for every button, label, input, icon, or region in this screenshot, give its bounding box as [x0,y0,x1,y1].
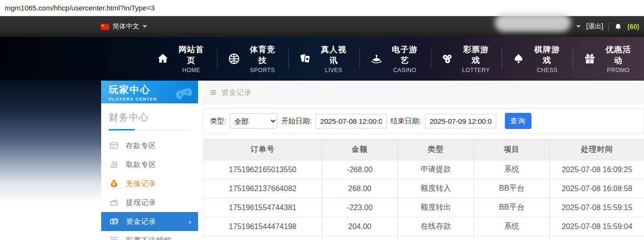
table-cell: 2025-07-08 15:59:15 [550,198,644,217]
sidebar-item-存款专区[interactable]: 存款专区 [101,136,198,155]
type-select[interactable]: 全部 [230,113,277,129]
table-cell: 1751962165013550 [204,160,322,179]
username-blurred[interactable] [495,14,571,32]
table-row: 1751961544474198204.00在线存款系统2025-07-08 1… [204,217,644,236]
table-row [204,236,644,240]
nav-label-zh: 优惠活动 [603,44,634,66]
table-row: 1751962137664082268.00额度转入BB平台2025-07-08… [204,179,644,198]
table-cell: -223.00 [322,198,398,217]
home-icon [156,52,170,66]
table-cell: -268.00 [322,160,398,179]
nav-item-sports[interactable]: 体育竞技SPORTS [218,44,288,74]
nav-item-labels: 体育竞技SPORTS [246,44,278,74]
sidebar-item-取款专区[interactable]: 取款专区 [101,155,198,174]
chevron-right-icon: › [189,218,192,226]
table-cell [474,236,550,240]
funds-icon [109,217,119,226]
table-cell: 1751962137664082 [204,179,322,198]
sports-icon [227,52,241,66]
table-cell: 申请提款 [398,160,474,179]
main-nav: 网站首页HOME体育竞技SPORTS真人视讯LIVES电子游艺CASINO彩票游… [0,37,644,81]
sidebar-item-提现记录[interactable]: 提现记录 [101,193,198,212]
table-cell: 268.00 [322,179,398,198]
sidebar-header: 玩家中心 PLAYERS CENTER [101,81,198,103]
nav-item-lives[interactable]: 真人视讯LIVES [289,44,360,74]
chevron-down-icon [142,25,147,28]
nav-item-casino[interactable]: 电子游艺CASINO [360,44,431,74]
sidebar-section-title: 财务中心 [109,111,190,124]
funds-table-wrap: 订单号金额类型项目处理时间 1751962165013550-268.00申请提… [203,139,644,240]
filter-bar: 类型: 全部 开始日期: 结束日期: 查询 [203,108,644,134]
nav-item-labels: 真人视讯LIVES [318,44,349,74]
table-cell: 在线存款 [398,217,474,236]
table-cell: 系统 [474,217,550,236]
table-cell: 2025-07-08 15:59:04 [550,217,644,236]
withdraw-zone-icon [109,160,119,169]
nav-item-labels: 网站首页HOME [176,44,207,74]
deposit-icon [109,141,119,150]
cn-flag-icon [101,24,109,30]
table-cell: 204.00 [322,217,398,236]
left-background-gradient [0,81,101,223]
sidebar-item-资金记录[interactable]: 资金记录› [101,212,198,231]
lottery-detail-icon [109,236,119,240]
table-header-cell: 处理时间 [550,139,644,160]
start-date-input[interactable] [315,114,387,129]
end-date-input[interactable] [425,114,496,129]
nav-label-zh: 网站首页 [176,44,207,66]
nav-item-promo[interactable]: 优惠活动PROMO [573,44,644,74]
search-button[interactable]: 查询 [505,113,531,129]
section-underline [109,129,190,130]
language-selector[interactable]: 简体中文 [101,16,147,37]
nav-label-zh: 电子游艺 [389,44,420,66]
nav-item-chess[interactable]: 棋牌游戏CHESS [502,44,573,74]
nav-label-zh: 真人视讯 [318,44,349,66]
bell-icon[interactable] [614,23,622,31]
table-cell [204,236,322,240]
table-cell: 1751961544474198 [204,217,322,236]
language-label: 简体中文 [113,22,139,31]
lives-icon [299,52,312,66]
nav-item-labels: 彩票游戏LOTTERY [460,44,492,74]
table-header-cell: 类型 [398,139,474,160]
nav-label-zh: 体育竞技 [246,44,278,66]
sidebar-item-label: 取款专区 [126,160,156,169]
url-text: mgm1065.com/hhcp/usercenter.html?iniType… [5,4,155,12]
table-header-cell: 订单号 [204,139,322,160]
notification-count: (60) [627,23,639,30]
table-cell: 额度转入 [398,179,474,198]
logout-button[interactable]: [退出] [586,22,603,31]
content: 玩家中心 PLAYERS CENTER 财务中心 存款专区取款专区¥充值记录提现… [0,81,644,240]
sidebar-item-label: 充值记录 [126,179,156,188]
table-cell: 1751961554744381 [204,198,322,217]
sidebar-item-充值记录[interactable]: ¥充值记录 [101,174,198,193]
main-panel: 资金记录 类型: 全部 开始日期: 结束日期: 查询 订单号金额类型项目处理时间… [203,81,644,240]
sidebar-item-label: 提现记录 [126,198,156,207]
table-cell [322,236,398,240]
table-cell [398,236,474,240]
sidebar-item-label: 存款专区 [126,141,156,150]
nav-label-zh: 棋牌游戏 [531,44,563,66]
nav-label-en: CHESS [531,67,563,74]
nav-label-en: SPORTS [246,67,278,74]
sidebar-item-彩票下注明细[interactable]: 彩票下注明细 [101,231,198,240]
nav-item-home[interactable]: 网站首页HOME [146,44,217,74]
sidebar-menu: 存款专区取款专区¥充值记录提现记录资金记录›彩票下注明细 [101,136,198,240]
divider [608,23,609,31]
funds-table: 订单号金额类型项目处理时间 1751962165013550-268.00申请提… [203,139,644,240]
table-cell: 额度转出 [398,198,474,217]
table-cell [550,236,644,240]
table-cell: 2025-07-08 16:08:58 [550,179,644,198]
table-header-cell: 项目 [474,139,550,160]
withdraw-record-icon [109,198,119,207]
sidebar: 玩家中心 PLAYERS CENTER 财务中心 存款专区取款专区¥充值记录提现… [101,81,198,240]
nav-label-en: LOTTERY [460,67,492,74]
table-row: 1751962165013550-268.00申请提款系统2025-07-08 … [204,160,644,179]
nav-item-labels: 优惠活动PROMO [603,44,634,74]
nav-item-labels: 棋牌游戏CHESS [531,44,563,74]
table-body: 1751962165013550-268.00申请提款系统2025-07-08 … [204,160,644,240]
nav-label-en: PROMO [603,67,634,74]
sidebar-item-label: 彩票下注明细 [126,236,171,240]
chevron-down-icon[interactable] [576,25,581,28]
nav-item-lottery[interactable]: 彩票游戏LOTTERY [431,44,502,74]
